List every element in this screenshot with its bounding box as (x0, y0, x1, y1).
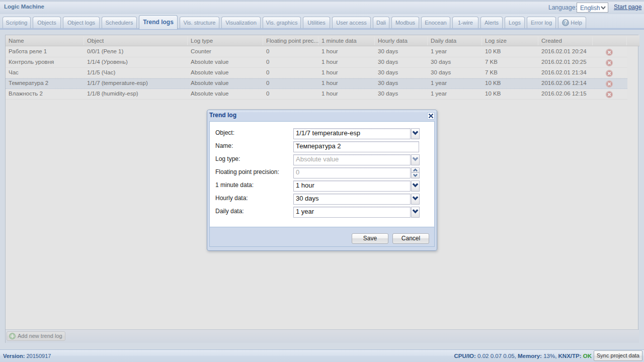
svg-text:?: ? (564, 20, 567, 25)
